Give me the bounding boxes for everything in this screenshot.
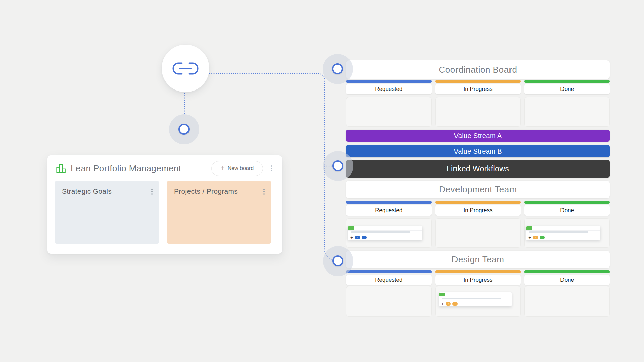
in-progress-color-bar bbox=[435, 270, 521, 273]
card-tag bbox=[526, 226, 532, 230]
plus-icon: + bbox=[221, 165, 225, 171]
done-color-bar bbox=[524, 80, 610, 83]
value-stream-b-bar[interactable]: Value Stream B bbox=[346, 145, 610, 157]
requested-color-bar bbox=[346, 80, 432, 83]
card-text-placeholder bbox=[442, 298, 501, 299]
link-icon bbox=[171, 61, 200, 76]
new-board-button[interactable]: + New board bbox=[211, 161, 263, 176]
canvas: Lean Portfolio Management + New board St… bbox=[0, 0, 644, 362]
card-tag bbox=[348, 226, 354, 230]
linked-workflows-bar[interactable]: Linked Workflows bbox=[346, 160, 610, 178]
linked-workflows-label: Linked Workflows bbox=[447, 164, 509, 173]
add-assignee-icon[interactable]: + bbox=[528, 235, 531, 240]
bar-chart-icon bbox=[56, 164, 66, 173]
kebab-menu-icon[interactable] bbox=[261, 187, 267, 197]
card-text-placeholder bbox=[351, 231, 410, 233]
coordination-cell-in-progress bbox=[435, 97, 521, 127]
link-node[interactable] bbox=[162, 45, 209, 92]
coordination-cell-done bbox=[524, 97, 610, 127]
design-color-bars bbox=[346, 270, 610, 273]
avatar: ↑ bbox=[533, 236, 538, 239]
requested-color-bar bbox=[346, 270, 432, 273]
portfolio-card-header: Lean Portfolio Management + New board bbox=[56, 160, 274, 176]
in-progress-color-bar bbox=[435, 201, 521, 204]
card-tag bbox=[439, 293, 445, 296]
development-cells: + ↑ + ↑ bbox=[346, 218, 610, 248]
board-title: Coordination Board bbox=[439, 65, 517, 75]
kanban-card[interactable]: + ↑ bbox=[526, 226, 600, 240]
portfolio-column-projects-programs: Projects / Programs bbox=[167, 181, 271, 244]
design-cells: + ↑ bbox=[346, 286, 610, 317]
linked-workflows-connector-node[interactable] bbox=[332, 160, 343, 171]
arrow-up-icon: ↑ bbox=[448, 303, 449, 305]
add-assignee-icon[interactable]: + bbox=[441, 302, 444, 306]
card-text-placeholder bbox=[529, 231, 588, 233]
avatar bbox=[452, 302, 458, 306]
design-cell-requested bbox=[346, 286, 432, 317]
coordination-column-labels: Requested In Progress Done bbox=[346, 84, 610, 94]
development-board-header: Development Team bbox=[346, 181, 610, 198]
coordination-connector-node[interactable] bbox=[332, 63, 343, 74]
column-label-in-progress: In Progress bbox=[435, 275, 521, 285]
value-stream-a-bar[interactable]: Value Stream A bbox=[346, 130, 610, 142]
column-label-done: Done bbox=[524, 205, 610, 216]
requested-color-bar bbox=[346, 201, 432, 204]
column-label-requested: Requested bbox=[346, 275, 432, 285]
avatar bbox=[540, 236, 545, 239]
portfolio-column-title: Strategic Goals bbox=[62, 187, 112, 195]
add-assignee-icon[interactable]: + bbox=[350, 235, 353, 240]
connector-node[interactable] bbox=[178, 124, 190, 135]
design-connector-node[interactable] bbox=[332, 255, 343, 266]
design-board-header: Design Team bbox=[346, 251, 610, 268]
column-label-done: Done bbox=[524, 84, 610, 94]
coordination-cells bbox=[346, 97, 610, 127]
kebab-menu-icon[interactable] bbox=[269, 163, 274, 173]
development-color-bars bbox=[346, 201, 610, 204]
board-title: Design Team bbox=[452, 254, 504, 265]
column-label-requested: Requested bbox=[346, 205, 432, 216]
in-progress-color-bar bbox=[435, 80, 521, 83]
design-cell-done bbox=[524, 286, 610, 317]
development-column-labels: Requested In Progress Done bbox=[346, 205, 610, 216]
value-stream-b-label: Value Stream B bbox=[454, 147, 502, 155]
development-cell-done: + ↑ bbox=[524, 218, 610, 248]
kanban-card[interactable]: + ↑ bbox=[348, 226, 422, 240]
coordination-cell-requested bbox=[346, 97, 432, 127]
portfolio-column-title: Projects / Programs bbox=[174, 187, 238, 195]
column-label-in-progress: In Progress bbox=[435, 84, 521, 94]
arrow-up-icon: ↑ bbox=[535, 236, 536, 239]
avatar bbox=[362, 236, 367, 239]
portfolio-column-strategic-goals: Strategic Goals bbox=[55, 181, 159, 244]
coordination-board-header: Coordination Board bbox=[346, 60, 610, 79]
development-cell-in-progress bbox=[435, 218, 521, 248]
avatar: ↑ bbox=[446, 302, 451, 306]
column-label-in-progress: In Progress bbox=[435, 205, 521, 216]
done-color-bar bbox=[524, 201, 610, 204]
board-title: Development Team bbox=[439, 184, 517, 195]
column-label-done: Done bbox=[524, 275, 610, 285]
column-label-requested: Requested bbox=[346, 84, 432, 94]
kebab-menu-icon[interactable] bbox=[149, 187, 155, 197]
avatar: ↑ bbox=[355, 236, 360, 239]
arrow-up-icon: ↑ bbox=[357, 236, 358, 239]
portfolio-card: Lean Portfolio Management + New board St… bbox=[47, 155, 282, 254]
design-cell-in-progress: + ↑ bbox=[435, 286, 521, 317]
value-stream-a-label: Value Stream A bbox=[454, 132, 502, 140]
new-board-label: New board bbox=[228, 165, 254, 171]
development-cell-requested: + ↑ bbox=[346, 218, 432, 248]
coordination-color-bars bbox=[346, 80, 610, 83]
design-column-labels: Requested In Progress Done bbox=[346, 275, 610, 285]
portfolio-card-title: Lean Portfolio Management bbox=[71, 163, 181, 174]
done-color-bar bbox=[524, 270, 610, 273]
kanban-card[interactable]: + ↑ bbox=[439, 292, 512, 306]
